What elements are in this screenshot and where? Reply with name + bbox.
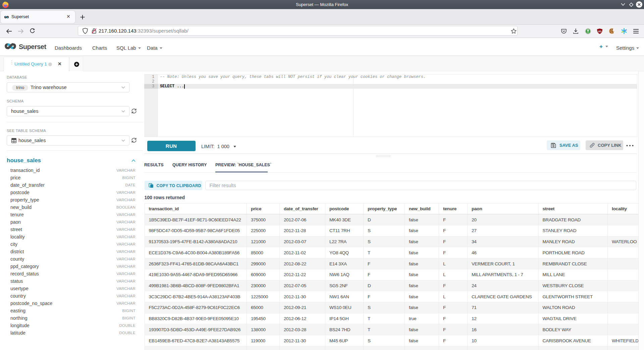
svg-text:UO: UO bbox=[598, 30, 602, 33]
